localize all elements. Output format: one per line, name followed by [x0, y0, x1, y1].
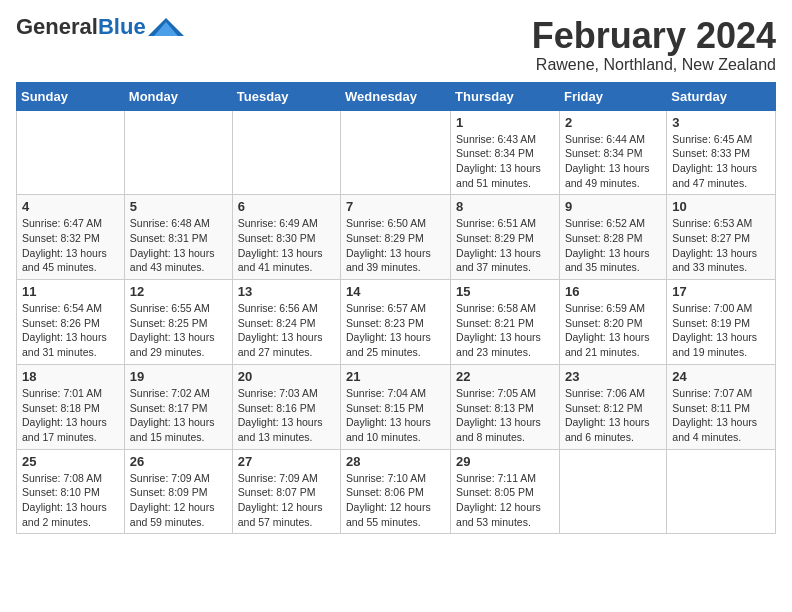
- day-number: 3: [672, 115, 770, 130]
- calendar-cell: 15Sunrise: 6:58 AMSunset: 8:21 PMDayligh…: [451, 280, 560, 365]
- day-info: Sunrise: 6:54 AMSunset: 8:26 PMDaylight:…: [22, 301, 119, 360]
- day-number: 20: [238, 369, 335, 384]
- calendar-cell: 20Sunrise: 7:03 AMSunset: 8:16 PMDayligh…: [232, 364, 340, 449]
- day-number: 2: [565, 115, 661, 130]
- day-number: 28: [346, 454, 445, 469]
- day-info: Sunrise: 6:59 AMSunset: 8:20 PMDaylight:…: [565, 301, 661, 360]
- calendar-cell: [232, 110, 340, 195]
- day-number: 18: [22, 369, 119, 384]
- day-info: Sunrise: 6:56 AMSunset: 8:24 PMDaylight:…: [238, 301, 335, 360]
- day-number: 26: [130, 454, 227, 469]
- month-title: February 2024: [532, 16, 776, 56]
- day-info: Sunrise: 7:01 AMSunset: 8:18 PMDaylight:…: [22, 386, 119, 445]
- calendar-cell: 2Sunrise: 6:44 AMSunset: 8:34 PMDaylight…: [559, 110, 666, 195]
- calendar-cell: 21Sunrise: 7:04 AMSunset: 8:15 PMDayligh…: [341, 364, 451, 449]
- calendar-cell: 28Sunrise: 7:10 AMSunset: 8:06 PMDayligh…: [341, 449, 451, 534]
- calendar-cell: 17Sunrise: 7:00 AMSunset: 8:19 PMDayligh…: [667, 280, 776, 365]
- calendar-week-4: 18Sunrise: 7:01 AMSunset: 8:18 PMDayligh…: [17, 364, 776, 449]
- logo-blue: Blue: [98, 14, 146, 39]
- calendar-cell: [667, 449, 776, 534]
- day-info: Sunrise: 6:58 AMSunset: 8:21 PMDaylight:…: [456, 301, 554, 360]
- col-header-sunday: Sunday: [17, 82, 125, 110]
- calendar-cell: 8Sunrise: 6:51 AMSunset: 8:29 PMDaylight…: [451, 195, 560, 280]
- day-number: 25: [22, 454, 119, 469]
- calendar-cell: [341, 110, 451, 195]
- day-number: 22: [456, 369, 554, 384]
- day-info: Sunrise: 7:10 AMSunset: 8:06 PMDaylight:…: [346, 471, 445, 530]
- calendar-cell: 18Sunrise: 7:01 AMSunset: 8:18 PMDayligh…: [17, 364, 125, 449]
- calendar-cell: 6Sunrise: 6:49 AMSunset: 8:30 PMDaylight…: [232, 195, 340, 280]
- day-info: Sunrise: 6:52 AMSunset: 8:28 PMDaylight:…: [565, 216, 661, 275]
- day-info: Sunrise: 6:43 AMSunset: 8:34 PMDaylight:…: [456, 132, 554, 191]
- day-number: 29: [456, 454, 554, 469]
- day-number: 10: [672, 199, 770, 214]
- col-header-monday: Monday: [124, 82, 232, 110]
- header-row: SundayMondayTuesdayWednesdayThursdayFrid…: [17, 82, 776, 110]
- calendar-cell: 11Sunrise: 6:54 AMSunset: 8:26 PMDayligh…: [17, 280, 125, 365]
- day-info: Sunrise: 6:50 AMSunset: 8:29 PMDaylight:…: [346, 216, 445, 275]
- calendar-cell: 19Sunrise: 7:02 AMSunset: 8:17 PMDayligh…: [124, 364, 232, 449]
- day-info: Sunrise: 7:09 AMSunset: 8:09 PMDaylight:…: [130, 471, 227, 530]
- calendar-cell: [17, 110, 125, 195]
- calendar-cell: 13Sunrise: 6:56 AMSunset: 8:24 PMDayligh…: [232, 280, 340, 365]
- day-number: 11: [22, 284, 119, 299]
- day-info: Sunrise: 7:03 AMSunset: 8:16 PMDaylight:…: [238, 386, 335, 445]
- day-number: 21: [346, 369, 445, 384]
- day-number: 1: [456, 115, 554, 130]
- calendar-week-1: 1Sunrise: 6:43 AMSunset: 8:34 PMDaylight…: [17, 110, 776, 195]
- calendar-cell: 4Sunrise: 6:47 AMSunset: 8:32 PMDaylight…: [17, 195, 125, 280]
- day-number: 27: [238, 454, 335, 469]
- logo-icon: [148, 18, 184, 36]
- day-info: Sunrise: 6:55 AMSunset: 8:25 PMDaylight:…: [130, 301, 227, 360]
- day-info: Sunrise: 7:05 AMSunset: 8:13 PMDaylight:…: [456, 386, 554, 445]
- logo: GeneralBlue: [16, 16, 184, 38]
- col-header-saturday: Saturday: [667, 82, 776, 110]
- day-info: Sunrise: 7:06 AMSunset: 8:12 PMDaylight:…: [565, 386, 661, 445]
- location: Rawene, Northland, New Zealand: [532, 56, 776, 74]
- day-info: Sunrise: 7:09 AMSunset: 8:07 PMDaylight:…: [238, 471, 335, 530]
- page-header: GeneralBlue February 2024 Rawene, Northl…: [16, 16, 776, 74]
- col-header-thursday: Thursday: [451, 82, 560, 110]
- day-number: 6: [238, 199, 335, 214]
- day-info: Sunrise: 6:53 AMSunset: 8:27 PMDaylight:…: [672, 216, 770, 275]
- day-info: Sunrise: 6:51 AMSunset: 8:29 PMDaylight:…: [456, 216, 554, 275]
- day-number: 23: [565, 369, 661, 384]
- day-info: Sunrise: 6:45 AMSunset: 8:33 PMDaylight:…: [672, 132, 770, 191]
- logo-general: General: [16, 14, 98, 39]
- calendar-cell: [559, 449, 666, 534]
- day-info: Sunrise: 7:00 AMSunset: 8:19 PMDaylight:…: [672, 301, 770, 360]
- calendar-cell: 14Sunrise: 6:57 AMSunset: 8:23 PMDayligh…: [341, 280, 451, 365]
- calendar-week-2: 4Sunrise: 6:47 AMSunset: 8:32 PMDaylight…: [17, 195, 776, 280]
- day-info: Sunrise: 6:44 AMSunset: 8:34 PMDaylight:…: [565, 132, 661, 191]
- col-header-friday: Friday: [559, 82, 666, 110]
- calendar-cell: [124, 110, 232, 195]
- day-number: 15: [456, 284, 554, 299]
- col-header-tuesday: Tuesday: [232, 82, 340, 110]
- calendar-cell: 27Sunrise: 7:09 AMSunset: 8:07 PMDayligh…: [232, 449, 340, 534]
- calendar-cell: 29Sunrise: 7:11 AMSunset: 8:05 PMDayligh…: [451, 449, 560, 534]
- day-info: Sunrise: 6:48 AMSunset: 8:31 PMDaylight:…: [130, 216, 227, 275]
- calendar-cell: 10Sunrise: 6:53 AMSunset: 8:27 PMDayligh…: [667, 195, 776, 280]
- calendar-cell: 26Sunrise: 7:09 AMSunset: 8:09 PMDayligh…: [124, 449, 232, 534]
- day-number: 12: [130, 284, 227, 299]
- title-area: February 2024 Rawene, Northland, New Zea…: [532, 16, 776, 74]
- calendar-table: SundayMondayTuesdayWednesdayThursdayFrid…: [16, 82, 776, 535]
- calendar-cell: 22Sunrise: 7:05 AMSunset: 8:13 PMDayligh…: [451, 364, 560, 449]
- day-info: Sunrise: 6:57 AMSunset: 8:23 PMDaylight:…: [346, 301, 445, 360]
- day-info: Sunrise: 7:07 AMSunset: 8:11 PMDaylight:…: [672, 386, 770, 445]
- day-number: 13: [238, 284, 335, 299]
- calendar-cell: 12Sunrise: 6:55 AMSunset: 8:25 PMDayligh…: [124, 280, 232, 365]
- calendar-cell: 16Sunrise: 6:59 AMSunset: 8:20 PMDayligh…: [559, 280, 666, 365]
- calendar-cell: 25Sunrise: 7:08 AMSunset: 8:10 PMDayligh…: [17, 449, 125, 534]
- day-number: 19: [130, 369, 227, 384]
- day-number: 17: [672, 284, 770, 299]
- day-info: Sunrise: 7:04 AMSunset: 8:15 PMDaylight:…: [346, 386, 445, 445]
- day-info: Sunrise: 6:49 AMSunset: 8:30 PMDaylight:…: [238, 216, 335, 275]
- calendar-cell: 9Sunrise: 6:52 AMSunset: 8:28 PMDaylight…: [559, 195, 666, 280]
- day-info: Sunrise: 6:47 AMSunset: 8:32 PMDaylight:…: [22, 216, 119, 275]
- calendar-cell: 3Sunrise: 6:45 AMSunset: 8:33 PMDaylight…: [667, 110, 776, 195]
- calendar-cell: 7Sunrise: 6:50 AMSunset: 8:29 PMDaylight…: [341, 195, 451, 280]
- day-number: 16: [565, 284, 661, 299]
- calendar-cell: 1Sunrise: 6:43 AMSunset: 8:34 PMDaylight…: [451, 110, 560, 195]
- day-info: Sunrise: 7:11 AMSunset: 8:05 PMDaylight:…: [456, 471, 554, 530]
